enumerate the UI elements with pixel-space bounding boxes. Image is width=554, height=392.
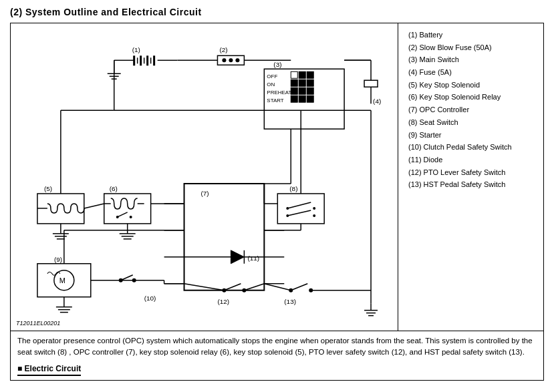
legend-item-4: (4) Fuse (5A): [408, 66, 540, 79]
description-text: The operator presence control (OPC) syst…: [17, 335, 537, 359]
description-area: The operator presence control (OPC) syst…: [10, 331, 544, 381]
svg-rect-32: [299, 79, 305, 86]
svg-rect-37: [291, 95, 297, 102]
svg-point-19: [235, 58, 239, 62]
svg-rect-39: [307, 95, 313, 102]
legend-item-7: (7) OPC Controller: [408, 104, 540, 116]
svg-text:(1): (1): [132, 46, 140, 53]
svg-point-86: [313, 207, 315, 210]
svg-rect-43: [364, 80, 378, 87]
legend-item-12: (12) PTO Lever Safety Switch: [408, 166, 540, 179]
section-title: (2) System Outline and Electrical Circui…: [10, 7, 544, 17]
svg-text:(13): (13): [284, 298, 296, 305]
svg-point-73: [130, 216, 132, 218]
svg-rect-83: [277, 194, 324, 224]
electric-circuit-heading: ■ Electric Circuit: [17, 363, 81, 376]
svg-text:(3): (3): [273, 61, 281, 68]
svg-rect-28: [291, 71, 297, 78]
svg-rect-31: [291, 79, 297, 86]
svg-text:(2): (2): [219, 46, 227, 53]
svg-point-18: [229, 58, 233, 62]
svg-text:OFF: OFF: [267, 73, 277, 79]
svg-text:PREHEAT: PREHEAT: [267, 89, 291, 95]
svg-point-89: [313, 214, 315, 217]
legend-item-2: (2) Slow Blow Fuse (50A): [408, 41, 540, 54]
svg-text:(9): (9): [54, 256, 62, 263]
legend-item-8: (8) Seat Switch: [408, 116, 540, 129]
page-container: (2) System Outline and Electrical Circui…: [0, 0, 554, 387]
legend-item-11: (11) Diode: [408, 154, 540, 166]
electrical-diagram: (1) (2) (3): [11, 23, 398, 331]
svg-text:(7): (7): [201, 190, 209, 197]
svg-text:(12): (12): [217, 298, 229, 305]
svg-rect-35: [299, 87, 305, 94]
svg-text:T12011EL00201: T12011EL00201: [16, 320, 60, 327]
svg-rect-38: [299, 95, 305, 102]
legend-item-6: (6) Key Stop Solenoid Relay: [408, 91, 540, 104]
svg-text:START: START: [267, 97, 284, 104]
svg-text:(5): (5): [44, 185, 52, 192]
svg-rect-30: [307, 71, 313, 78]
svg-rect-36: [307, 87, 313, 94]
svg-text:(11): (11): [247, 254, 259, 262]
svg-rect-33: [307, 79, 313, 86]
content-area: (1) (2) (3): [10, 23, 544, 331]
svg-text:ON: ON: [267, 81, 275, 87]
svg-text:M: M: [59, 276, 65, 284]
svg-text:(10): (10): [144, 295, 156, 302]
legend-item-3: (3) Main Switch: [408, 53, 540, 66]
svg-point-123: [119, 278, 123, 282]
svg-text:(6): (6): [110, 185, 118, 192]
svg-text:(8): (8): [289, 185, 297, 192]
svg-point-17: [222, 58, 226, 62]
diagram-area: (1) (2) (3): [11, 23, 398, 331]
svg-point-124: [132, 278, 136, 282]
legend-item-1: (1) Battery: [408, 29, 540, 41]
legend-item-10: (10) Clutch Pedal Safety Switch: [408, 141, 540, 154]
svg-text:(4): (4): [373, 97, 381, 105]
legend-item-9: (9) Starter: [408, 129, 540, 142]
legend-item-13: (13) HST Pedal Safety Switch: [408, 178, 540, 191]
svg-rect-51: [184, 184, 265, 290]
svg-rect-29: [299, 71, 305, 78]
legend-area: (1) Battery (2) Slow Blow Fuse (50A) (3)…: [405, 23, 543, 331]
svg-rect-34: [291, 87, 297, 94]
legend-item-5: (5) Key Stop Solenoid: [408, 79, 540, 91]
